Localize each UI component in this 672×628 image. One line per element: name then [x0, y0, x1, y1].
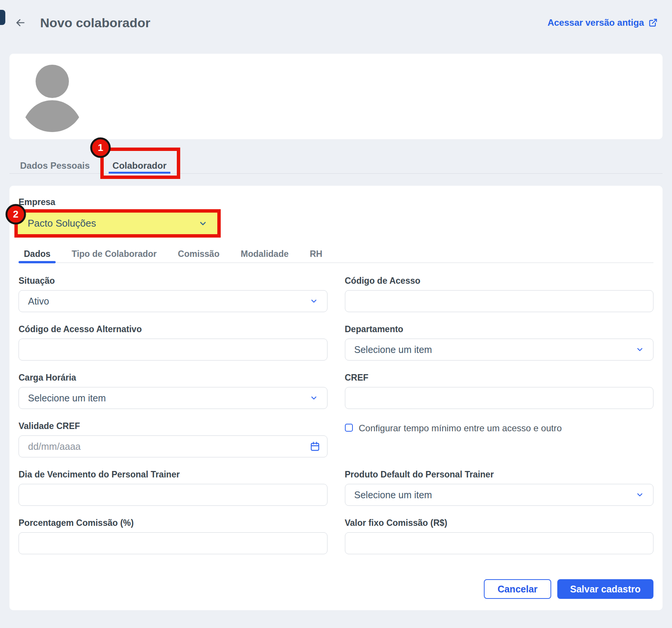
- subtab-modalidade[interactable]: Modalidade: [235, 249, 294, 263]
- codigo-de-acesso-alternativo-label: Código de Acesso Alternativo: [19, 324, 327, 334]
- carga-horaria-select[interactable]: Selecione um item: [19, 387, 327, 409]
- field-codigo-de-acesso-alternativo: Código de Acesso Alternativo: [19, 324, 327, 361]
- subtab-label: RH: [310, 249, 322, 259]
- sidebar-edge-tab[interactable]: [0, 10, 5, 25]
- subtab-dados[interactable]: Dados: [19, 249, 56, 263]
- subtab-rh[interactable]: RH: [304, 249, 327, 263]
- tab-label: Colaborador: [112, 160, 167, 171]
- annotation-badge-1: 1: [90, 137, 111, 158]
- field-validade-cref: Validade CREF: [19, 421, 327, 457]
- codigo-de-acesso-label: Código de Acesso: [345, 276, 654, 286]
- tab-label: Dados Pessoais: [20, 160, 90, 171]
- codigo-de-acesso-input[interactable]: [345, 290, 654, 312]
- back-button[interactable]: [14, 16, 27, 30]
- field-produto-default: Produto Default do Personal Trainer Sele…: [345, 469, 654, 506]
- subtab-label: Comissão: [178, 249, 220, 259]
- departamento-select[interactable]: Selecione um item: [345, 339, 654, 361]
- produto-default-select[interactable]: Selecione um item: [345, 484, 654, 506]
- chevron-down-icon: [636, 491, 644, 499]
- page-header: Novo colaborador Acessar versão antiga: [0, 0, 672, 30]
- empresa-select-value: Pacto Soluções: [28, 218, 96, 229]
- empresa-select[interactable]: Pacto Soluções: [18, 213, 217, 234]
- produto-default-label: Produto Default do Personal Trainer: [345, 469, 654, 479]
- chevron-down-icon: [310, 394, 318, 402]
- codigo-de-acesso-alternativo-input[interactable]: [19, 339, 327, 361]
- sub-tabs: Dados Tipo de Colaborador Comissão Modal…: [19, 249, 653, 263]
- field-porcentagem-comissao: Porcentagem Comissão (%): [19, 518, 327, 554]
- subtab-tipo-de-colaborador[interactable]: Tipo de Colaborador: [66, 249, 162, 263]
- tempo-minimo-checkbox-label: Configurar tempo mínimo entre um acesso …: [359, 423, 562, 434]
- subtab-label: Tipo de Colaborador: [72, 249, 156, 259]
- old-version-link-label: Acessar versão antiga: [547, 17, 644, 28]
- save-button[interactable]: Salvar cadastro: [557, 579, 653, 599]
- valor-fixo-comissao-label: Valor fixo Comissão (R$): [345, 518, 654, 528]
- tab-dados-pessoais[interactable]: Dados Pessoais: [12, 157, 97, 173]
- produto-default-select-value: Selecione um item: [354, 490, 432, 501]
- field-carga-horaria: Carga Horária Selecione um item: [19, 373, 327, 409]
- form-footer: Cancelar Salvar cadastro: [19, 579, 653, 599]
- field-dia-de-vencimento: Dia de Vencimento do Personal Trainer: [19, 469, 327, 506]
- unchecked-checkbox-icon[interactable]: [345, 424, 353, 432]
- arrow-left-icon: [14, 17, 27, 29]
- field-cref: CREF: [345, 373, 654, 409]
- old-version-link[interactable]: Acessar versão antiga: [547, 17, 658, 28]
- field-departamento: Departamento Selecione um item: [345, 324, 654, 361]
- form-grid: Situação Ativo Código de Acesso Código d…: [19, 276, 653, 554]
- chevron-down-icon: [310, 297, 318, 305]
- field-codigo-de-acesso: Código de Acesso: [345, 276, 654, 312]
- calendar-icon: [310, 441, 320, 452]
- porcentagem-comissao-label: Porcentagem Comissão (%): [19, 518, 327, 528]
- chevron-down-icon: [636, 345, 644, 354]
- empresa-label: Empresa: [19, 197, 653, 207]
- situacao-label: Situação: [19, 276, 327, 286]
- field-situacao: Situação Ativo: [19, 276, 327, 312]
- departamento-label: Departamento: [345, 324, 654, 334]
- active-tab-underline: [109, 172, 170, 174]
- departamento-select-value: Selecione um item: [354, 344, 432, 355]
- subtab-label: Dados: [24, 249, 50, 259]
- carga-horaria-label: Carga Horária: [19, 373, 327, 382]
- situacao-select[interactable]: Ativo: [19, 290, 327, 312]
- main-tabs: Dados Pessoais Colaborador 1: [9, 157, 663, 174]
- avatar[interactable]: [22, 61, 83, 134]
- page-title: Novo colaborador: [40, 15, 150, 30]
- field-valor-fixo-comissao: Valor fixo Comissão (R$): [345, 518, 654, 554]
- validade-cref-label: Validade CREF: [19, 421, 327, 431]
- subtab-label: Modalidade: [241, 249, 289, 259]
- annotation-badge-2: 2: [6, 204, 26, 224]
- tempo-minimo-checkbox-row[interactable]: Configurar tempo mínimo entre um acesso …: [345, 421, 654, 457]
- external-link-icon: [649, 18, 658, 27]
- porcentagem-comissao-input[interactable]: [19, 532, 327, 554]
- cref-input[interactable]: [345, 387, 654, 409]
- cancel-button[interactable]: Cancelar: [484, 579, 551, 599]
- calendar-button[interactable]: [310, 441, 320, 452]
- cref-label: CREF: [345, 373, 654, 382]
- valor-fixo-comissao-input[interactable]: [345, 532, 654, 554]
- active-subtab-underline: [19, 261, 56, 263]
- annotation-box-2: 2 Pacto Soluções: [14, 209, 221, 238]
- validade-cref-date-field: [19, 435, 327, 457]
- dia-de-vencimento-input[interactable]: [19, 484, 327, 506]
- person-silhouette-icon: [22, 61, 83, 132]
- avatar-card: [9, 54, 663, 139]
- chevron-down-icon: [198, 219, 207, 228]
- situacao-select-value: Ativo: [28, 296, 49, 307]
- dia-de-vencimento-label: Dia de Vencimento do Personal Trainer: [19, 469, 327, 479]
- subtab-comissao[interactable]: Comissão: [173, 249, 225, 263]
- form-card: Empresa 2 Pacto Soluções Dados Tipo de C…: [9, 186, 663, 610]
- tab-colaborador[interactable]: Colaborador 1: [105, 157, 174, 173]
- validade-cref-input[interactable]: [28, 441, 310, 452]
- carga-horaria-select-value: Selecione um item: [28, 393, 106, 404]
